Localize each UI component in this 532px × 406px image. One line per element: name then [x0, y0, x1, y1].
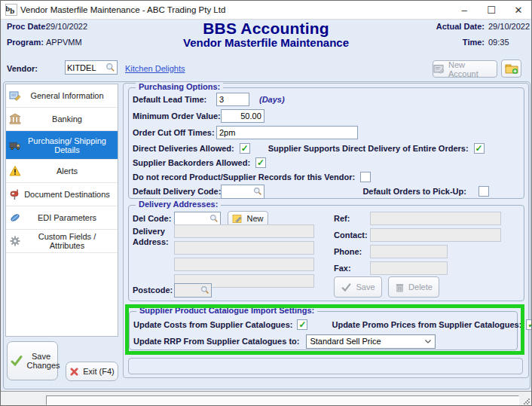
supplier-supports-direct-delivery-label: Supplier Supports Direct Delivery of Ent… [268, 144, 469, 153]
catalogue-import-settings-title: Supplier Product Catalogue Import Settin… [136, 306, 317, 315]
open-folder-button[interactable] [501, 60, 521, 78]
phone-label: Phone: [334, 247, 370, 256]
update-promo-checkbox[interactable]: ✓ [526, 319, 532, 330]
new-account-button[interactable]: New Account [433, 60, 497, 78]
purchasing-options-title: Purchasing Options: [136, 82, 223, 91]
search-icon[interactable] [253, 187, 262, 196]
update-costs-checkbox[interactable]: ✓ [297, 319, 307, 330]
sidebar-item-document-destinations[interactable]: Document Destinations [6, 183, 118, 206]
sidebar-item-purchasing-shipping-details[interactable]: Purchasing/ Shipping Details [6, 131, 118, 160]
default-orders-pickup-checkbox[interactable] [478, 186, 489, 197]
search-icon[interactable] [209, 214, 219, 223]
order-cut-off-times-label: Order Cut Off Times: [133, 128, 216, 137]
sidebar-item-label: Purchasing/ Shipping Details [24, 136, 118, 154]
no-record-product-supplier-checkbox[interactable] [360, 172, 371, 182]
app-icon: b b [5, 4, 17, 16]
search-icon[interactable] [200, 285, 209, 295]
ref-input[interactable] [370, 212, 501, 225]
actual-date-label: Actual Date: [430, 22, 485, 31]
order-cut-off-times-input[interactable] [216, 126, 358, 139]
default-delivery-code-input[interactable] [222, 187, 253, 196]
no-record-product-supplier-label: Do not record Product/Supplier Records f… [133, 172, 355, 182]
check-icon [10, 355, 23, 367]
sidebar-item-edi-parameters[interactable]: EDI Parameters [6, 206, 118, 230]
exit-button[interactable]: Exit (F4) [66, 362, 118, 381]
direct-deliveries-allowed-checkbox[interactable]: ✓ [240, 143, 250, 154]
new-address-label: New [246, 214, 263, 223]
sidebar-item-alerts[interactable]: Alerts [6, 160, 118, 183]
default-delivery-code-label: Default Delivery Code: [133, 187, 221, 196]
close-x-icon [69, 367, 79, 377]
delivery-address-input-2[interactable] [174, 241, 314, 255]
svg-text:b: b [10, 8, 14, 15]
default-lead-time-input[interactable] [216, 93, 249, 106]
delivery-addresses-title: Delivery Addresses: [136, 200, 221, 209]
sidebar-item-general-information[interactable]: General Information [6, 84, 118, 108]
default-delivery-code-lookup [221, 185, 264, 199]
direct-deliveries-allowed-label: Direct Deliveries Allowed: [133, 144, 234, 153]
sidebar-item-label: Custom Fields / Attributes [24, 232, 118, 250]
save-address-button[interactable]: Save [334, 276, 382, 298]
fax-input[interactable] [370, 261, 448, 275]
bank-icon [6, 113, 24, 125]
account-card-icon [433, 64, 445, 74]
update-rrp-dropdown[interactable]: Standard Sell Price [306, 334, 436, 349]
maximize-button[interactable]: ☐ [478, 1, 504, 19]
del-code-input[interactable] [175, 214, 209, 223]
days-hint: (Days) [259, 95, 285, 104]
delete-address-button[interactable]: Delete [388, 276, 439, 298]
del-code-label: Del Code: [133, 214, 174, 223]
vendor-name-link[interactable]: Kitchen Delights [125, 64, 185, 73]
resize-grip[interactable] [523, 398, 530, 405]
supplier-supports-direct-delivery-checkbox[interactable]: ✓ [474, 143, 485, 154]
close-button[interactable]: ✕ [506, 1, 531, 19]
postcode-input[interactable] [175, 285, 200, 295]
minimum-order-value-input[interactable] [221, 109, 264, 123]
del-code-lookup [174, 212, 221, 226]
sidebar-item-label: Alerts [24, 166, 118, 176]
app-window: b b Vendor Masterfile Maintenance - ABC … [0, 0, 532, 406]
fax-label: Fax: [334, 264, 370, 273]
search-icon[interactable] [105, 63, 115, 72]
warning-icon [6, 165, 24, 177]
sidebar-item-label: General Information [24, 91, 118, 100]
empty-panel [128, 358, 523, 374]
delivery-address-input-1[interactable] [174, 224, 314, 238]
sidebar-item-label: EDI Parameters [24, 213, 118, 222]
postcode-lookup [174, 283, 212, 298]
truck-icon [6, 139, 24, 151]
save-changes-button[interactable]: Save Changes [7, 341, 58, 380]
sidebar-item-label: Banking [24, 114, 118, 124]
update-rrp-label: Update RRP From Supplier Catalogues to: [133, 337, 299, 346]
sidebar-item-label: Document Destinations [24, 190, 118, 199]
default-orders-pickup-label: Default Orders to Pick-Up: [362, 187, 466, 196]
ref-label: Ref: [334, 214, 370, 223]
pen-icon [6, 212, 24, 224]
contact-label: Contact: [334, 230, 370, 240]
postcode-label: Postcode: [133, 285, 174, 295]
chevron-down-icon [423, 337, 433, 346]
status-field [46, 395, 519, 405]
vendor-label: Vendor: [7, 64, 38, 73]
time-value: 09:35 [488, 38, 509, 47]
update-rrp-selected-value: Standard Sell Price [307, 337, 423, 346]
actual-date-value: 29/10/2022 [488, 22, 530, 31]
vendor-code-lookup [65, 60, 118, 75]
exit-label: Exit (F4) [83, 367, 115, 376]
title-bar: b b Vendor Masterfile Maintenance - ABC … [1, 1, 531, 20]
contact-input[interactable] [370, 228, 501, 242]
sidebar-item-banking[interactable]: Banking [6, 108, 118, 131]
note-edit-icon [232, 214, 243, 224]
new-account-label: New Account [448, 60, 497, 78]
time-label: Time: [430, 38, 485, 47]
vendor-code-input[interactable] [66, 63, 105, 72]
supplier-backorders-allowed-label: Supplier Backorders Allowed: [133, 158, 250, 167]
phone-input[interactable] [370, 245, 448, 258]
minimize-button[interactable]: – [451, 1, 477, 19]
delivery-address-label-line2: Address: [133, 237, 169, 246]
supplier-backorders-allowed-checkbox[interactable]: ✓ [255, 157, 266, 168]
sidebar-item-custom-fields-attributes[interactable]: Custom Fields / Attributes [6, 230, 118, 253]
save-address-label: Save [356, 282, 375, 292]
delivery-address-input-3[interactable] [174, 258, 314, 271]
folder-add-icon [505, 63, 518, 75]
